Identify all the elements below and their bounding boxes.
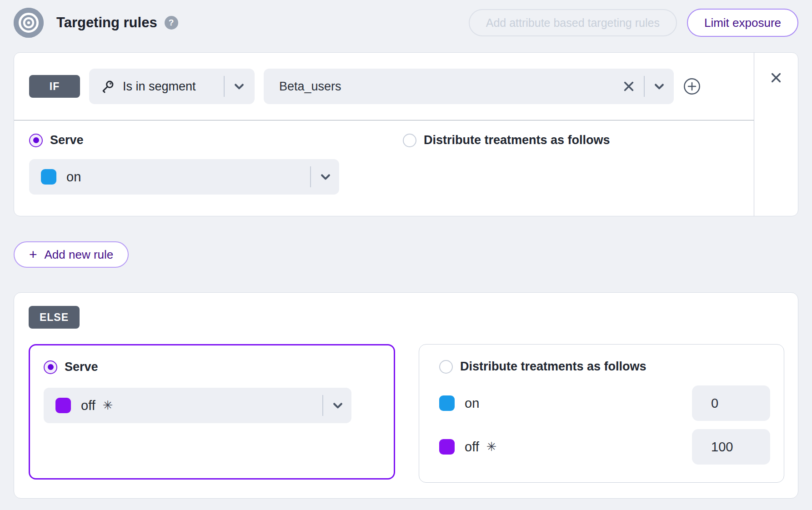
targeting-rules-page: Targeting rules ? Add attribute based ta… — [0, 0, 812, 499]
else-badge: ELSE — [29, 306, 80, 329]
treatment-swatch-off — [55, 398, 71, 413]
segment-value-select[interactable]: Beta_users — [264, 69, 674, 104]
add-new-rule-label: Add new rule — [45, 248, 114, 262]
if-badge: IF — [29, 75, 80, 98]
limit-exposure-button[interactable]: Limit exposure — [687, 9, 798, 37]
key-icon — [100, 79, 115, 94]
chevron-down-icon[interactable] — [319, 170, 332, 183]
serve-option[interactable]: Serve — [29, 133, 403, 147]
treatment-name: off — [465, 440, 479, 455]
distribute-label: Distribute treatments as follows — [460, 360, 647, 374]
serve-options-row: Serve Distribute treatments as follows — [29, 133, 739, 147]
distribute-row-on: on — [439, 385, 770, 421]
divider — [224, 76, 225, 97]
treatment-swatch-on — [41, 169, 56, 185]
chevron-down-icon[interactable] — [653, 80, 666, 93]
else-serve-box: Serve off ✳ — [29, 344, 395, 480]
serve-option[interactable]: Serve — [44, 360, 380, 374]
distribute-option[interactable]: Distribute treatments as follows — [403, 133, 610, 147]
if-rule-main: IF Is in segment — [14, 53, 754, 216]
matcher-select[interactable]: Is in segment — [89, 69, 255, 104]
matcher-label: Is in segment — [123, 80, 196, 94]
if-condition-row: IF Is in segment — [14, 53, 754, 120]
treatment-select[interactable]: on — [29, 159, 339, 195]
divider — [310, 166, 311, 187]
distribute-option[interactable]: Distribute treatments as follows — [439, 360, 770, 374]
treatment-name: on — [465, 396, 479, 411]
header: Targeting rules ? Add attribute based ta… — [14, 6, 798, 39]
page-title: Targeting rules — [56, 15, 157, 31]
add-condition-icon[interactable] — [683, 77, 701, 95]
if-rule-side — [754, 53, 798, 216]
add-new-rule-button[interactable]: + Add new rule — [14, 241, 129, 268]
treatment-swatch-on — [439, 395, 455, 411]
help-icon[interactable]: ? — [165, 16, 178, 30]
serve-label: Serve — [65, 360, 98, 374]
else-content: Serve off ✳ — [29, 344, 784, 483]
delete-rule-icon[interactable] — [769, 71, 783, 85]
default-treatment-icon: ✳ — [103, 398, 113, 413]
serve-label: Serve — [50, 133, 84, 147]
treatment-name: on — [66, 170, 81, 185]
percentage-input-on[interactable] — [692, 385, 770, 421]
clear-segment-icon[interactable] — [622, 80, 636, 93]
add-attribute-rules-button[interactable]: Add attribute based targeting rules — [469, 9, 677, 36]
plus-icon: + — [29, 247, 37, 262]
treatment-name: off — [81, 398, 95, 413]
serve-radio[interactable] — [44, 360, 57, 374]
distribute-radio[interactable] — [439, 360, 453, 374]
distribute-radio[interactable] — [403, 134, 416, 147]
percentage-input-off[interactable] — [692, 429, 770, 465]
if-rule-card: IF Is in segment — [14, 52, 798, 216]
divider — [644, 76, 645, 97]
divider — [322, 395, 323, 416]
distribute-row-off: off ✳ — [439, 429, 770, 465]
serve-radio[interactable] — [29, 134, 43, 147]
distribute-panel: Distribute treatments as follows on off … — [419, 344, 784, 483]
distribute-label: Distribute treatments as follows — [424, 133, 610, 147]
chevron-down-icon[interactable] — [233, 80, 246, 93]
chevron-down-icon[interactable] — [331, 399, 344, 412]
treatment-swatch-off — [439, 439, 455, 455]
treatment-select[interactable]: off ✳ — [44, 388, 351, 423]
if-serve-section: Serve Distribute treatments as follows o… — [14, 120, 754, 195]
default-treatment-icon: ✳ — [486, 440, 497, 454]
target-icon — [14, 8, 44, 38]
segment-value: Beta_users — [279, 80, 341, 94]
else-rule-card: ELSE Serve off ✳ — [14, 292, 798, 499]
